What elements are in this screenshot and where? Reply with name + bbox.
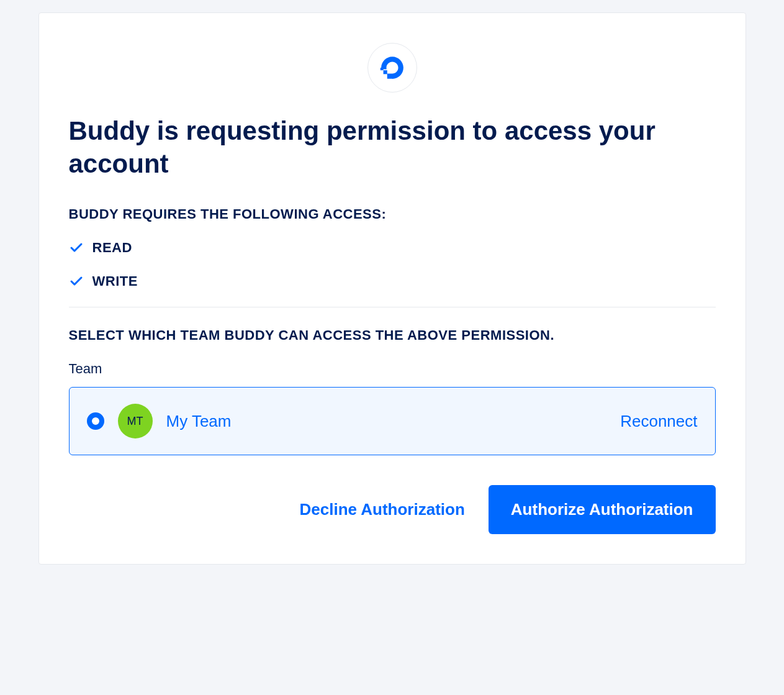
logo-container	[69, 43, 716, 93]
authorize-button[interactable]: Authorize Authorization	[489, 485, 716, 534]
svg-rect-0	[387, 74, 392, 79]
team-radio[interactable]	[87, 412, 104, 430]
digitalocean-logo-icon	[379, 54, 406, 81]
permission-label: WRITE	[92, 273, 138, 289]
decline-button[interactable]: Decline Authorization	[295, 488, 470, 532]
action-bar: Decline Authorization Authorize Authoriz…	[69, 485, 716, 534]
team-option-left: MT My Team	[87, 404, 232, 438]
check-icon	[69, 274, 84, 289]
team-avatar: MT	[118, 404, 153, 438]
permission-row: WRITE	[69, 273, 716, 289]
svg-rect-2	[380, 68, 383, 70]
page-title: Buddy is requesting permission to access…	[69, 115, 716, 180]
access-heading: BUDDY REQUIRES THE FOLLOWING ACCESS:	[69, 206, 716, 222]
svg-rect-1	[383, 70, 387, 74]
check-icon	[69, 240, 84, 255]
team-option[interactable]: MT My Team Reconnect	[69, 387, 716, 455]
authorization-card: Buddy is requesting permission to access…	[38, 12, 746, 565]
reconnect-button[interactable]: Reconnect	[620, 412, 697, 431]
permission-label: READ	[92, 240, 132, 256]
team-name: My Team	[166, 412, 232, 431]
provider-logo	[367, 43, 417, 93]
team-select-heading: SELECT WHICH TEAM BUDDY CAN ACCESS THE A…	[69, 327, 716, 343]
permission-row: READ	[69, 240, 716, 256]
section-divider	[69, 307, 716, 307]
team-field-label: Team	[69, 361, 716, 377]
